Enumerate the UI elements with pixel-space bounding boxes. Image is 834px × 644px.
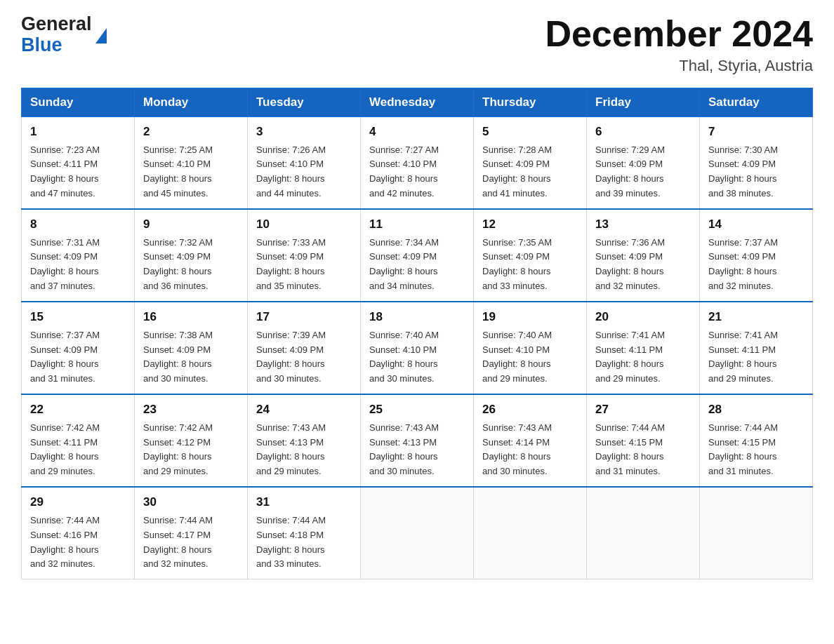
calendar-cell: 14Sunrise: 7:37 AMSunset: 4:09 PMDayligh…: [700, 209, 813, 302]
day-info: Sunrise: 7:27 AMSunset: 4:10 PMDaylight:…: [369, 145, 439, 199]
calendar-cell: 16Sunrise: 7:38 AMSunset: 4:09 PMDayligh…: [135, 302, 248, 394]
day-number: 16: [143, 308, 240, 326]
calendar-cell: 5Sunrise: 7:28 AMSunset: 4:09 PMDaylight…: [474, 117, 587, 210]
day-info: Sunrise: 7:44 AMSunset: 4:15 PMDaylight:…: [595, 422, 665, 477]
day-number: 28: [708, 401, 805, 419]
day-info: Sunrise: 7:30 AMSunset: 4:09 PMDaylight:…: [708, 145, 778, 199]
title-block: December 2024 Thal, Styria, Austria: [545, 14, 813, 75]
calendar-table: SundayMondayTuesdayWednesdayThursdayFrid…: [21, 88, 813, 579]
calendar-week-row: 1Sunrise: 7:23 AMSunset: 4:11 PMDaylight…: [22, 117, 813, 210]
calendar-cell: [361, 487, 474, 579]
calendar-cell: 27Sunrise: 7:44 AMSunset: 4:15 PMDayligh…: [587, 394, 700, 487]
day-info: Sunrise: 7:40 AMSunset: 4:10 PMDaylight:…: [482, 330, 552, 384]
day-info: Sunrise: 7:28 AMSunset: 4:09 PMDaylight:…: [482, 145, 552, 199]
calendar-header-friday: Friday: [587, 88, 700, 117]
calendar-cell: 7Sunrise: 7:30 AMSunset: 4:09 PMDaylight…: [700, 117, 813, 210]
day-number: 25: [369, 401, 466, 419]
calendar-cell: 15Sunrise: 7:37 AMSunset: 4:09 PMDayligh…: [22, 302, 135, 394]
calendar-cell: 28Sunrise: 7:44 AMSunset: 4:15 PMDayligh…: [700, 394, 813, 487]
calendar-header-thursday: Thursday: [474, 88, 587, 117]
day-number: 12: [482, 215, 579, 234]
day-info: Sunrise: 7:43 AMSunset: 4:13 PMDaylight:…: [256, 422, 326, 477]
day-number: 27: [595, 401, 692, 419]
calendar-header-sunday: Sunday: [22, 88, 135, 117]
day-info: Sunrise: 7:39 AMSunset: 4:09 PMDaylight:…: [256, 330, 326, 384]
day-info: Sunrise: 7:26 AMSunset: 4:10 PMDaylight:…: [256, 145, 326, 199]
day-info: Sunrise: 7:32 AMSunset: 4:09 PMDaylight:…: [143, 237, 213, 292]
day-number: 8: [30, 215, 127, 234]
calendar-header-tuesday: Tuesday: [248, 88, 361, 117]
calendar-week-row: 8Sunrise: 7:31 AMSunset: 4:09 PMDaylight…: [22, 209, 813, 302]
day-number: 20: [595, 308, 692, 326]
calendar-cell: [700, 487, 813, 579]
day-number: 1: [30, 123, 127, 141]
day-number: 23: [143, 401, 240, 419]
day-info: Sunrise: 7:34 AMSunset: 4:09 PMDaylight:…: [369, 237, 439, 292]
day-info: Sunrise: 7:31 AMSunset: 4:09 PMDaylight:…: [30, 237, 100, 292]
day-info: Sunrise: 7:23 AMSunset: 4:11 PMDaylight:…: [30, 145, 100, 199]
calendar-cell: 22Sunrise: 7:42 AMSunset: 4:11 PMDayligh…: [22, 394, 135, 487]
calendar-cell: 6Sunrise: 7:29 AMSunset: 4:09 PMDaylight…: [587, 117, 700, 210]
day-info: Sunrise: 7:40 AMSunset: 4:10 PMDaylight:…: [369, 330, 439, 384]
calendar-cell: 29Sunrise: 7:44 AMSunset: 4:16 PMDayligh…: [22, 487, 135, 579]
day-number: 18: [369, 308, 466, 326]
calendar-week-row: 15Sunrise: 7:37 AMSunset: 4:09 PMDayligh…: [22, 302, 813, 394]
day-number: 17: [256, 308, 353, 326]
day-number: 2: [143, 123, 240, 141]
calendar-cell: 23Sunrise: 7:42 AMSunset: 4:12 PMDayligh…: [135, 394, 248, 487]
calendar-cell: 25Sunrise: 7:43 AMSunset: 4:13 PMDayligh…: [361, 394, 474, 487]
calendar-cell: 1Sunrise: 7:23 AMSunset: 4:11 PMDaylight…: [22, 117, 135, 210]
day-info: Sunrise: 7:37 AMSunset: 4:09 PMDaylight:…: [30, 330, 100, 384]
calendar-cell: 20Sunrise: 7:41 AMSunset: 4:11 PMDayligh…: [587, 302, 700, 394]
calendar-cell: [474, 487, 587, 579]
day-number: 24: [256, 401, 353, 419]
calendar-cell: 10Sunrise: 7:33 AMSunset: 4:09 PMDayligh…: [248, 209, 361, 302]
calendar-cell: 18Sunrise: 7:40 AMSunset: 4:10 PMDayligh…: [361, 302, 474, 394]
day-number: 19: [482, 308, 579, 326]
day-info: Sunrise: 7:35 AMSunset: 4:09 PMDaylight:…: [482, 237, 552, 292]
day-number: 10: [256, 215, 353, 234]
day-number: 13: [595, 215, 692, 234]
day-number: 22: [30, 401, 127, 419]
day-info: Sunrise: 7:38 AMSunset: 4:09 PMDaylight:…: [143, 330, 213, 384]
day-info: Sunrise: 7:44 AMSunset: 4:18 PMDaylight:…: [256, 515, 326, 570]
day-number: 3: [256, 123, 353, 141]
calendar-cell: 19Sunrise: 7:40 AMSunset: 4:10 PMDayligh…: [474, 302, 587, 394]
calendar-cell: 31Sunrise: 7:44 AMSunset: 4:18 PMDayligh…: [248, 487, 361, 579]
calendar-header-saturday: Saturday: [700, 88, 813, 117]
calendar-cell: 4Sunrise: 7:27 AMSunset: 4:10 PMDaylight…: [361, 117, 474, 210]
calendar-cell: 12Sunrise: 7:35 AMSunset: 4:09 PMDayligh…: [474, 209, 587, 302]
day-info: Sunrise: 7:25 AMSunset: 4:10 PMDaylight:…: [143, 145, 213, 199]
day-info: Sunrise: 7:43 AMSunset: 4:14 PMDaylight:…: [482, 422, 552, 477]
day-info: Sunrise: 7:44 AMSunset: 4:15 PMDaylight:…: [708, 422, 778, 477]
day-info: Sunrise: 7:33 AMSunset: 4:09 PMDaylight:…: [256, 237, 326, 292]
calendar-week-row: 22Sunrise: 7:42 AMSunset: 4:11 PMDayligh…: [22, 394, 813, 487]
day-number: 30: [143, 493, 240, 511]
calendar-cell: [587, 487, 700, 579]
logo-blue-text: Blue: [21, 35, 92, 56]
day-info: Sunrise: 7:36 AMSunset: 4:09 PMDaylight:…: [595, 237, 665, 292]
day-number: 31: [256, 493, 353, 511]
calendar-cell: 2Sunrise: 7:25 AMSunset: 4:10 PMDaylight…: [135, 117, 248, 210]
day-number: 29: [30, 493, 127, 511]
day-info: Sunrise: 7:37 AMSunset: 4:09 PMDaylight:…: [708, 237, 778, 292]
logo: General Blue: [21, 14, 107, 55]
page-header: General Blue December 2024 Thal, Styria,…: [21, 14, 813, 75]
calendar-cell: 30Sunrise: 7:44 AMSunset: 4:17 PMDayligh…: [135, 487, 248, 579]
day-info: Sunrise: 7:29 AMSunset: 4:09 PMDaylight:…: [595, 145, 665, 199]
day-number: 11: [369, 215, 466, 234]
calendar-week-row: 29Sunrise: 7:44 AMSunset: 4:16 PMDayligh…: [22, 487, 813, 579]
calendar-header-wednesday: Wednesday: [361, 88, 474, 117]
calendar-cell: 3Sunrise: 7:26 AMSunset: 4:10 PMDaylight…: [248, 117, 361, 210]
calendar-cell: 21Sunrise: 7:41 AMSunset: 4:11 PMDayligh…: [700, 302, 813, 394]
day-number: 9: [143, 215, 240, 234]
day-number: 15: [30, 308, 127, 326]
day-info: Sunrise: 7:41 AMSunset: 4:11 PMDaylight:…: [595, 330, 665, 384]
day-info: Sunrise: 7:41 AMSunset: 4:11 PMDaylight:…: [708, 330, 778, 384]
day-number: 6: [595, 123, 692, 141]
calendar-cell: 17Sunrise: 7:39 AMSunset: 4:09 PMDayligh…: [248, 302, 361, 394]
day-number: 7: [708, 123, 805, 141]
calendar-header-row: SundayMondayTuesdayWednesdayThursdayFrid…: [22, 88, 813, 117]
calendar-cell: 8Sunrise: 7:31 AMSunset: 4:09 PMDaylight…: [22, 209, 135, 302]
calendar-cell: 11Sunrise: 7:34 AMSunset: 4:09 PMDayligh…: [361, 209, 474, 302]
